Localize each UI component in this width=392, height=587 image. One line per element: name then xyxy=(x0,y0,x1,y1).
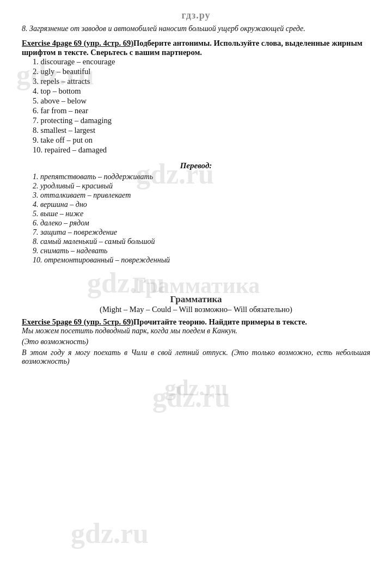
watermark-big-5: gdz.ru xyxy=(71,517,149,549)
list-item: 10. repaired – damaged xyxy=(33,145,370,155)
watermark-bottom-text: gdz.ru xyxy=(164,375,228,400)
perevod-item: 6. далеко – рядом xyxy=(33,219,370,228)
perevod-item: 5. выше – ниже xyxy=(33,210,370,218)
perevod-item: 3. отталкивает – привлекает xyxy=(33,191,370,200)
perevod-item: 10. отремонтированный – поврежденный xyxy=(33,256,370,265)
exercise5-title-block: Exercise 5page 69 (упр. 5стр. 69)Прочита… xyxy=(22,317,370,327)
grammar-heading: Грамматика xyxy=(22,294,370,305)
exercise5-instruction: Прочитайте теорию. Найдите примеры в тек… xyxy=(133,317,307,326)
exercise4-list: 1. discourage – encourage 2. ugly – beau… xyxy=(22,57,370,155)
grammar-subheading: (Might – May – Could – Will возможно– Wi… xyxy=(22,305,370,314)
perevod-item: 4. вершина – дно xyxy=(33,200,370,209)
list-item: 1. discourage – encourage xyxy=(33,57,370,66)
perevod-item: 8. самый маленький – самый большой xyxy=(33,237,370,246)
exercise4-title: Exercise 4page 69 (упр. 4стр. 69) xyxy=(22,39,133,47)
exercise5-text2: В этом году я могу поехать в Чили в свой… xyxy=(22,348,370,366)
exercise5-text1: Мы можем посетить подводный парк, когда … xyxy=(22,327,370,335)
exercise5-title: Exercise 5page 69 (упр. 5стр. 69) xyxy=(22,317,133,326)
list-item: 9. take off – put on xyxy=(33,136,370,145)
grammar-section: Грамматика Грамматика (Might – May – Cou… xyxy=(22,272,370,314)
exercise4-title-block: Exercise 4page 69 (упр. 4стр. 69)Подбери… xyxy=(22,39,370,57)
exercise5-text1b: (Это возможность) xyxy=(22,338,370,346)
perevod-list: 1. препятствовать – поддерживать 2. урод… xyxy=(22,173,370,265)
watermark-top: гдз.ру xyxy=(22,10,370,21)
list-item: 3. repels – attracts xyxy=(33,77,370,86)
list-item: 4. top – bottom xyxy=(33,87,370,96)
list-item: 2. ugly – beautiful xyxy=(33,67,370,76)
section-8-text: 8. Загрязнение от заводов и автомобилей … xyxy=(22,25,370,33)
perevod-item: 2. уродливый – красивый xyxy=(33,182,370,191)
watermark-bottom: gdz.ru xyxy=(22,375,370,401)
perevod-title: Перевод: xyxy=(22,161,370,170)
list-item: 5. above – below xyxy=(33,96,370,106)
list-item: 6. far from – near xyxy=(33,106,370,115)
perevod-item: 7. защита – повреждение xyxy=(33,228,370,237)
perevod-item: 1. препятствовать – поддерживать xyxy=(33,173,370,181)
list-item: 8. smallest – largest xyxy=(33,126,370,135)
list-item: 7. protecting – damaging xyxy=(33,116,370,125)
perevod-item: 9. снимать – надевать xyxy=(33,247,370,255)
